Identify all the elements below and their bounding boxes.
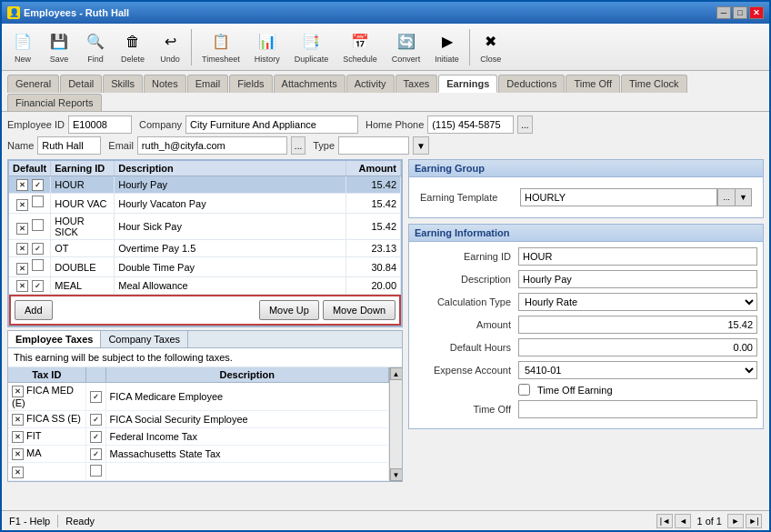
expense-account-row: Expense Account 5410-01 <box>415 361 757 379</box>
calculation-type-select[interactable]: Hourly Rate Hourly Pay <box>518 293 757 311</box>
time-off-earning-checkbox[interactable] <box>518 384 530 396</box>
history-label: History <box>255 55 280 64</box>
scroll-down-arrow[interactable]: ▼ <box>390 468 403 481</box>
tax-id: FICA MED (E) <box>8 383 85 411</box>
convert-button[interactable]: 🔄 Convert <box>386 27 427 67</box>
table-row[interactable]: HOUR Hourly Pay 15.42 <box>9 176 401 194</box>
amount-input[interactable] <box>518 316 757 334</box>
close-toolbar-button[interactable]: ✖ Close <box>474 27 508 67</box>
calculation-type-row: Calculation Type Hourly Rate Hourly Pay <box>415 293 757 311</box>
tab-email[interactable]: Email <box>187 75 229 93</box>
email-button[interactable]: ... <box>291 136 305 155</box>
select-checkbox[interactable] <box>32 243 44 255</box>
select-checkbox[interactable] <box>32 280 44 292</box>
description-input[interactable] <box>518 270 757 288</box>
tax-tab-employee[interactable]: Employee Taxes <box>8 331 101 347</box>
row-amount: 15.42 <box>346 176 401 194</box>
tax-id: FIT <box>8 428 85 446</box>
earnings-bottom-bar: Add Move Up Move Down <box>9 295 401 326</box>
expense-account-select[interactable]: 5410-01 <box>518 361 757 379</box>
default-checkbox[interactable] <box>16 263 28 275</box>
table-row[interactable]: DOUBLE Double Time Pay 30.84 <box>9 257 401 277</box>
tax-description: Massachusetts State Tax <box>105 446 389 463</box>
select-checkbox[interactable] <box>32 259 44 271</box>
close-button[interactable]: ✕ <box>749 6 764 19</box>
name-group: Name Ruth Hall <box>7 136 101 155</box>
tab-general[interactable]: General <box>7 75 59 93</box>
earning-group-section: Earning Group Earning Template HOURLY ..… <box>408 159 764 218</box>
delete-button[interactable]: 🗑 Delete <box>115 27 151 67</box>
schedule-icon: 📅 <box>349 31 371 53</box>
time-off-input[interactable] <box>518 400 757 418</box>
tax-scrollbar[interactable]: ▲ ▼ <box>389 367 402 481</box>
default-checkbox[interactable] <box>16 243 28 255</box>
timesheet-button[interactable]: 📋 Timesheet <box>195 27 246 67</box>
nav-prev-button[interactable]: ◄ <box>675 514 691 528</box>
tab-notes[interactable]: Notes <box>144 75 186 93</box>
move-up-button[interactable]: Move Up <box>259 300 319 320</box>
tax-tab-company[interactable]: Company Taxes <box>101 331 188 347</box>
tab-fields[interactable]: Fields <box>229 75 272 93</box>
earning-id-input[interactable] <box>518 247 757 266</box>
tax-id <box>8 463 85 481</box>
table-row[interactable]: HOUR SICK Hour Sick Pay 15.42 <box>9 214 401 240</box>
tax-check <box>85 463 105 481</box>
row-default <box>9 214 51 240</box>
move-down-button[interactable]: Move Down <box>323 300 396 320</box>
tax-id: MA <box>8 446 85 463</box>
tax-description: FICA Social Security Employee <box>105 411 389 428</box>
history-button[interactable]: 📊 History <box>248 27 286 67</box>
email-label: Email <box>108 140 134 151</box>
find-icon: 🔍 <box>85 31 106 53</box>
tab-deductions[interactable]: Deductions <box>498 75 565 93</box>
row-description: Meal Allowance <box>115 277 346 295</box>
maximize-button[interactable]: □ <box>733 6 747 19</box>
nav-next-button[interactable]: ► <box>727 514 744 528</box>
save-button[interactable]: 💾 Save <box>42 27 76 67</box>
table-row[interactable]: OT Overtime Pay 1.5 23.13 <box>9 240 401 257</box>
col-header-earning-id: Earning ID <box>51 161 115 176</box>
table-row[interactable]: MEAL Meal Allowance 20.00 <box>9 277 401 295</box>
select-checkbox[interactable] <box>32 179 44 191</box>
default-checkbox[interactable] <box>16 280 28 292</box>
select-checkbox[interactable] <box>32 196 44 207</box>
tab-financial-reports[interactable]: Financial Reports <box>7 94 102 111</box>
earning-template-dots-button[interactable]: ... <box>717 188 736 206</box>
add-button[interactable]: Add <box>15 300 53 320</box>
default-hours-input[interactable] <box>518 338 757 356</box>
earning-template-dropdown-button[interactable]: ▼ <box>736 188 752 206</box>
default-hours-row: Default Hours <box>415 338 757 356</box>
minimize-button[interactable]: ─ <box>716 6 731 19</box>
tax-row: MA Massachusetts State Tax <box>8 446 389 463</box>
tab-earnings[interactable]: Earnings <box>438 75 497 93</box>
tab-attachments[interactable]: Attachments <box>274 75 345 93</box>
tab-time-off[interactable]: Time Off <box>566 75 620 93</box>
row-amount: 30.84 <box>346 257 401 277</box>
earning-template-label: Earning Template <box>420 192 520 203</box>
new-button[interactable]: 📄 New <box>5 27 40 67</box>
duplicate-button[interactable]: 📑 Duplicate <box>288 27 335 67</box>
row-default <box>9 277 51 295</box>
tab-activity[interactable]: Activity <box>346 75 395 93</box>
table-row[interactable]: HOUR VAC Hourly Vacaton Pay 15.42 <box>9 194 401 214</box>
tab-detail[interactable]: Detail <box>60 75 102 93</box>
tab-time-clock[interactable]: Time Clock <box>621 75 687 93</box>
toolbar: 📄 New 💾 Save 🔍 Find 🗑 Delete ↩ Undo 📋 Ti… <box>2 24 769 71</box>
default-checkbox[interactable] <box>16 179 28 191</box>
default-checkbox[interactable] <box>16 223 28 235</box>
tab-taxes[interactable]: Taxes <box>396 75 438 93</box>
nav-first-button[interactable]: |◄ <box>656 514 673 528</box>
scroll-up-arrow[interactable]: ▲ <box>390 367 403 380</box>
find-button[interactable]: 🔍 Find <box>78 27 113 67</box>
tab-skills[interactable]: Skills <box>103 75 143 93</box>
select-checkbox[interactable] <box>32 219 44 231</box>
type-button[interactable]: ▼ <box>413 136 429 155</box>
nav-last-button[interactable]: ►| <box>746 514 762 528</box>
company-value: City Furniture And Appliance <box>185 115 358 134</box>
schedule-button[interactable]: 📅 Schedule <box>336 27 384 67</box>
undo-button[interactable]: ↩ Undo <box>153 27 187 67</box>
tax-check <box>85 383 105 411</box>
home-phone-button[interactable]: ... <box>517 115 532 134</box>
default-checkbox[interactable] <box>16 199 28 211</box>
initiate-button[interactable]: ▶ Initiate <box>428 27 466 67</box>
